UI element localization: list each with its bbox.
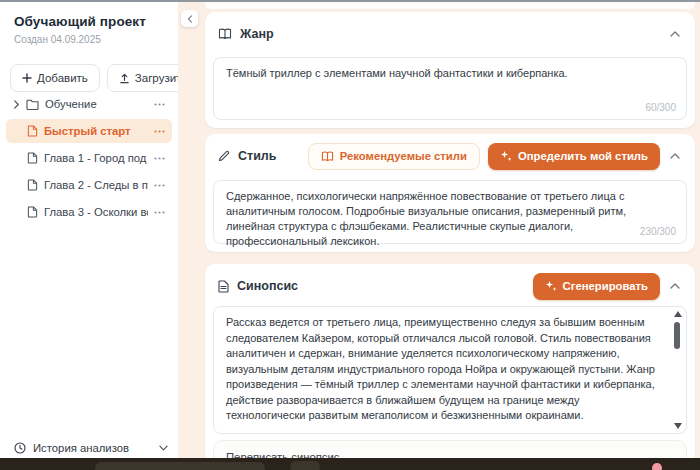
sparkles-icon bbox=[545, 280, 557, 292]
genre-card-header: Жанр bbox=[205, 12, 695, 56]
rewrite-synopsis-label: Переписать синопсис bbox=[226, 451, 339, 458]
taskbar-item bbox=[95, 462, 265, 470]
more-icon[interactable] bbox=[154, 130, 165, 133]
file-icon bbox=[27, 179, 38, 191]
chevron-down-icon bbox=[159, 445, 168, 451]
tree-item-quick-start[interactable]: Быстрый старт bbox=[6, 119, 172, 143]
chevron-right-icon[interactable] bbox=[13, 100, 20, 109]
tree-item-chapter-3[interactable]: Глава 3 - Осколки воспомина... bbox=[6, 200, 172, 224]
style-textarea[interactable]: Сдержанное, психологически напряжённое п… bbox=[213, 180, 687, 244]
clock-icon bbox=[14, 442, 26, 454]
tree-item-label: Обучение bbox=[45, 98, 148, 110]
synopsis-textarea[interactable]: Рассказ ведется от третьего лица, преиму… bbox=[213, 306, 687, 434]
file-icon bbox=[27, 152, 38, 164]
detect-style-button[interactable]: Определить мой стиль bbox=[488, 143, 660, 170]
genre-char-counter: 60/300 bbox=[645, 100, 676, 115]
genre-textarea[interactable]: Тёмный триллер с элементами научной фант… bbox=[213, 57, 687, 120]
add-button-label: Добавить bbox=[37, 72, 88, 84]
genre-card-title: Жанр bbox=[240, 27, 274, 41]
analysis-history-toggle[interactable]: История анализов bbox=[14, 442, 168, 454]
more-icon[interactable] bbox=[154, 211, 165, 214]
recommended-styles-button[interactable]: Рекомендуемые стили bbox=[308, 143, 480, 170]
scroll-down-arrow-icon[interactable] bbox=[674, 423, 682, 429]
scrollbar-thumb[interactable] bbox=[674, 322, 680, 349]
file-icon bbox=[27, 206, 38, 218]
analysis-history-label: История анализов bbox=[33, 442, 152, 454]
synopsis-paragraph-1: Рассказ ведется от третьего лица, преиму… bbox=[226, 315, 660, 424]
genre-card: Жанр Тёмный триллер с элементами научной… bbox=[205, 12, 695, 128]
sidebar: Обучающий проект Создан 04.09.2025 Добав… bbox=[0, 2, 178, 458]
synopsis-card-title: Синопсис bbox=[237, 279, 298, 293]
style-char-counter: 230/300 bbox=[640, 224, 676, 239]
more-icon[interactable] bbox=[154, 103, 165, 106]
synopsis-card-header: Синопсис Сгенерировать bbox=[205, 264, 695, 308]
generate-synopsis-label: Сгенерировать bbox=[563, 280, 648, 292]
tree-item-chapter-2[interactable]: Глава 2 - Следы в пустыне bbox=[6, 173, 172, 197]
main-panel: Жанр Тёмный триллер с элементами научной… bbox=[178, 2, 700, 458]
project-title: Обучающий проект bbox=[14, 14, 146, 29]
project-tree: Обучение Быстрый старт Глава 1 - Город п… bbox=[6, 92, 172, 227]
file-icon bbox=[27, 125, 38, 137]
genre-text: Тёмный триллер с элементами научной фант… bbox=[226, 67, 568, 79]
rewrite-synopsis-input[interactable]: Переписать синопсис bbox=[213, 440, 687, 458]
tree-folder-obuchenie[interactable]: Обучение bbox=[6, 92, 172, 116]
document-icon bbox=[218, 280, 229, 293]
collapse-style-icon[interactable] bbox=[668, 151, 682, 161]
book-icon bbox=[218, 28, 232, 40]
tree-item-label: Глава 3 - Осколки воспомина... bbox=[44, 206, 148, 218]
detect-style-label: Определить мой стиль bbox=[518, 150, 648, 162]
taskbar-item bbox=[290, 461, 320, 470]
synopsis-scrollbar[interactable] bbox=[672, 311, 683, 429]
style-text: Сдержанное, психологически напряжённое п… bbox=[226, 190, 626, 247]
folder-icon bbox=[26, 99, 39, 110]
upload-icon bbox=[119, 73, 130, 84]
taskbar bbox=[0, 458, 700, 470]
sparkles-icon bbox=[500, 150, 512, 162]
add-button[interactable]: Добавить bbox=[10, 64, 100, 92]
recommended-styles-label: Рекомендуемые стили bbox=[340, 150, 467, 162]
collapse-synopsis-icon[interactable] bbox=[668, 281, 682, 291]
style-card-header: Стиль Рекомендуемые стили Определить мой… bbox=[205, 134, 695, 178]
pencil-icon bbox=[218, 150, 230, 162]
scroll-up-arrow-icon[interactable] bbox=[674, 311, 682, 317]
scrolled-card-edge bbox=[205, 2, 695, 9]
book-icon bbox=[321, 151, 334, 162]
generate-synopsis-button[interactable]: Сгенерировать bbox=[533, 273, 660, 300]
synopsis-card: Синопсис Сгенерировать Рассказ ведется о… bbox=[205, 264, 695, 458]
taskbar-dot-icon bbox=[652, 463, 662, 470]
tree-item-label: Быстрый старт bbox=[44, 125, 148, 137]
collapse-sidebar-button[interactable] bbox=[181, 10, 198, 27]
style-card: Стиль Рекомендуемые стили Определить мой… bbox=[205, 134, 695, 252]
plus-icon bbox=[22, 73, 32, 83]
project-created-date: Создан 04.09.2025 bbox=[14, 34, 101, 45]
collapse-genre-icon[interactable] bbox=[668, 29, 682, 39]
more-icon[interactable] bbox=[154, 184, 165, 187]
sidebar-actions: Добавить Загрузить bbox=[10, 64, 199, 92]
style-card-title: Стиль bbox=[238, 149, 276, 163]
more-icon[interactable] bbox=[154, 157, 165, 160]
tree-item-label: Глава 2 - Следы в пустыне bbox=[44, 179, 148, 191]
tree-item-chapter-1[interactable]: Глава 1 - Город под гулом ант... bbox=[6, 146, 172, 170]
tree-item-label: Глава 1 - Город под гулом ант... bbox=[44, 152, 148, 164]
